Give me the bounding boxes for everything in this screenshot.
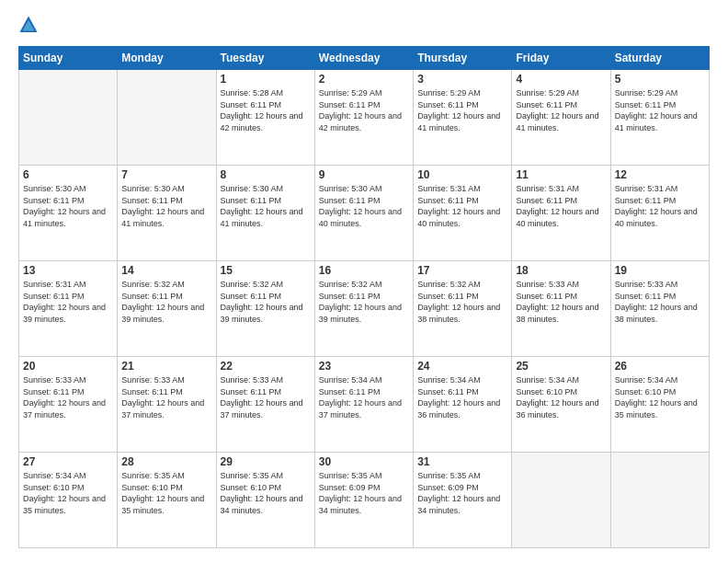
calendar-cell: 3Sunrise: 5:29 AM Sunset: 6:11 PM Daylig… — [414, 70, 512, 166]
day-number: 31 — [417, 455, 507, 468]
day-number: 1 — [221, 73, 311, 86]
day-info: Sunrise: 5:32 AM Sunset: 6:11 PM Dayligh… — [221, 279, 311, 325]
day-info: Sunrise: 5:33 AM Sunset: 6:11 PM Dayligh… — [615, 279, 705, 325]
weekday-header-tuesday: Tuesday — [216, 47, 314, 70]
calendar-cell: 26Sunrise: 5:34 AM Sunset: 6:10 PM Dayli… — [610, 357, 709, 453]
day-number: 4 — [516, 73, 606, 86]
day-number: 29 — [221, 455, 311, 468]
day-number: 22 — [221, 360, 311, 373]
calendar-cell: 9Sunrise: 5:30 AM Sunset: 6:11 PM Daylig… — [314, 166, 413, 261]
calendar-table: SundayMondayTuesdayWednesdayThursdayFrid… — [18, 46, 710, 548]
day-number: 20 — [23, 360, 113, 373]
day-info: Sunrise: 5:30 AM Sunset: 6:11 PM Dayligh… — [121, 183, 211, 229]
day-number: 30 — [319, 455, 409, 468]
calendar-cell — [118, 70, 216, 166]
day-number: 13 — [23, 264, 113, 277]
day-info: Sunrise: 5:33 AM Sunset: 6:11 PM Dayligh… — [121, 374, 211, 420]
day-info: Sunrise: 5:30 AM Sunset: 6:11 PM Dayligh… — [23, 183, 113, 229]
day-info: Sunrise: 5:34 AM Sunset: 6:10 PM Dayligh… — [615, 374, 705, 420]
weekday-header-saturday: Saturday — [610, 47, 709, 70]
day-info: Sunrise: 5:32 AM Sunset: 6:11 PM Dayligh… — [417, 279, 507, 325]
day-number: 19 — [615, 264, 705, 277]
calendar-cell: 2Sunrise: 5:29 AM Sunset: 6:11 PM Daylig… — [314, 70, 413, 166]
day-info: Sunrise: 5:31 AM Sunset: 6:11 PM Dayligh… — [23, 279, 113, 325]
calendar-cell: 28Sunrise: 5:35 AM Sunset: 6:10 PM Dayli… — [118, 453, 216, 548]
day-number: 17 — [417, 264, 507, 277]
day-info: Sunrise: 5:33 AM Sunset: 6:11 PM Dayligh… — [221, 374, 311, 420]
day-info: Sunrise: 5:34 AM Sunset: 6:10 PM Dayligh… — [23, 470, 113, 516]
calendar-cell: 8Sunrise: 5:30 AM Sunset: 6:11 PM Daylig… — [216, 166, 314, 261]
day-number: 8 — [221, 168, 311, 181]
calendar-cell: 30Sunrise: 5:35 AM Sunset: 6:09 PM Dayli… — [314, 453, 413, 548]
day-info: Sunrise: 5:29 AM Sunset: 6:11 PM Dayligh… — [516, 87, 606, 133]
day-info: Sunrise: 5:33 AM Sunset: 6:11 PM Dayligh… — [23, 374, 113, 420]
day-number: 16 — [319, 264, 409, 277]
day-number: 25 — [516, 360, 606, 373]
calendar-cell: 1Sunrise: 5:28 AM Sunset: 6:11 PM Daylig… — [216, 70, 314, 166]
week-row-5: 27Sunrise: 5:34 AM Sunset: 6:10 PM Dayli… — [19, 453, 710, 548]
page: SundayMondayTuesdayWednesdayThursdayFrid… — [0, 0, 728, 563]
calendar-cell: 22Sunrise: 5:33 AM Sunset: 6:11 PM Dayli… — [216, 357, 314, 453]
day-number: 10 — [417, 168, 507, 181]
day-info: Sunrise: 5:30 AM Sunset: 6:11 PM Dayligh… — [221, 183, 311, 229]
calendar-cell: 15Sunrise: 5:32 AM Sunset: 6:11 PM Dayli… — [216, 261, 314, 357]
day-info: Sunrise: 5:34 AM Sunset: 6:10 PM Dayligh… — [516, 374, 606, 420]
day-info: Sunrise: 5:34 AM Sunset: 6:11 PM Dayligh… — [319, 374, 409, 420]
calendar-cell — [512, 453, 610, 548]
day-number: 7 — [121, 168, 211, 181]
logo — [18, 15, 42, 39]
day-info: Sunrise: 5:32 AM Sunset: 6:11 PM Dayligh… — [121, 279, 211, 325]
header — [18, 15, 710, 39]
day-info: Sunrise: 5:29 AM Sunset: 6:11 PM Dayligh… — [615, 87, 705, 133]
day-number: 15 — [221, 264, 311, 277]
day-number: 6 — [23, 168, 113, 181]
calendar-cell: 19Sunrise: 5:33 AM Sunset: 6:11 PM Dayli… — [610, 261, 709, 357]
week-row-4: 20Sunrise: 5:33 AM Sunset: 6:11 PM Dayli… — [19, 357, 710, 453]
day-info: Sunrise: 5:33 AM Sunset: 6:11 PM Dayligh… — [516, 279, 606, 325]
day-info: Sunrise: 5:31 AM Sunset: 6:11 PM Dayligh… — [417, 183, 507, 229]
calendar-cell — [19, 70, 118, 166]
calendar-cell: 4Sunrise: 5:29 AM Sunset: 6:11 PM Daylig… — [512, 70, 610, 166]
day-number: 18 — [516, 264, 606, 277]
calendar-cell: 7Sunrise: 5:30 AM Sunset: 6:11 PM Daylig… — [118, 166, 216, 261]
day-number: 21 — [121, 360, 211, 373]
weekday-header-wednesday: Wednesday — [314, 47, 413, 70]
calendar-cell: 11Sunrise: 5:31 AM Sunset: 6:11 PM Dayli… — [512, 166, 610, 261]
day-number: 12 — [615, 168, 705, 181]
day-info: Sunrise: 5:31 AM Sunset: 6:11 PM Dayligh… — [516, 183, 606, 229]
day-number: 3 — [417, 73, 507, 86]
calendar-cell: 6Sunrise: 5:30 AM Sunset: 6:11 PM Daylig… — [19, 166, 118, 261]
day-info: Sunrise: 5:29 AM Sunset: 6:11 PM Dayligh… — [417, 87, 507, 133]
day-info: Sunrise: 5:31 AM Sunset: 6:11 PM Dayligh… — [615, 183, 705, 229]
day-info: Sunrise: 5:29 AM Sunset: 6:11 PM Dayligh… — [319, 87, 409, 133]
day-number: 23 — [319, 360, 409, 373]
calendar-cell: 21Sunrise: 5:33 AM Sunset: 6:11 PM Dayli… — [118, 357, 216, 453]
calendar-cell: 5Sunrise: 5:29 AM Sunset: 6:11 PM Daylig… — [610, 70, 709, 166]
day-number: 24 — [417, 360, 507, 373]
calendar-cell: 20Sunrise: 5:33 AM Sunset: 6:11 PM Dayli… — [19, 357, 118, 453]
day-info: Sunrise: 5:34 AM Sunset: 6:11 PM Dayligh… — [417, 374, 507, 420]
day-number: 27 — [23, 455, 113, 468]
day-number: 14 — [121, 264, 211, 277]
calendar-cell: 27Sunrise: 5:34 AM Sunset: 6:10 PM Dayli… — [19, 453, 118, 548]
day-info: Sunrise: 5:35 AM Sunset: 6:10 PM Dayligh… — [121, 470, 211, 516]
calendar-cell: 24Sunrise: 5:34 AM Sunset: 6:11 PM Dayli… — [414, 357, 512, 453]
calendar-cell: 12Sunrise: 5:31 AM Sunset: 6:11 PM Dayli… — [610, 166, 709, 261]
week-row-1: 1Sunrise: 5:28 AM Sunset: 6:11 PM Daylig… — [19, 70, 710, 166]
week-row-2: 6Sunrise: 5:30 AM Sunset: 6:11 PM Daylig… — [19, 166, 710, 261]
day-number: 26 — [615, 360, 705, 373]
day-number: 9 — [319, 168, 409, 181]
calendar-cell — [610, 453, 709, 548]
weekday-header-monday: Monday — [118, 47, 216, 70]
weekday-header-friday: Friday — [512, 47, 610, 70]
day-info: Sunrise: 5:32 AM Sunset: 6:11 PM Dayligh… — [319, 279, 409, 325]
day-info: Sunrise: 5:30 AM Sunset: 6:11 PM Dayligh… — [319, 183, 409, 229]
calendar-cell: 17Sunrise: 5:32 AM Sunset: 6:11 PM Dayli… — [414, 261, 512, 357]
weekday-header-thursday: Thursday — [414, 47, 512, 70]
calendar-cell: 23Sunrise: 5:34 AM Sunset: 6:11 PM Dayli… — [314, 357, 413, 453]
day-info: Sunrise: 5:35 AM Sunset: 6:10 PM Dayligh… — [221, 470, 311, 516]
day-number: 11 — [516, 168, 606, 181]
logo-icon — [18, 15, 39, 35]
calendar-cell: 13Sunrise: 5:31 AM Sunset: 6:11 PM Dayli… — [19, 261, 118, 357]
day-info: Sunrise: 5:35 AM Sunset: 6:09 PM Dayligh… — [319, 470, 409, 516]
